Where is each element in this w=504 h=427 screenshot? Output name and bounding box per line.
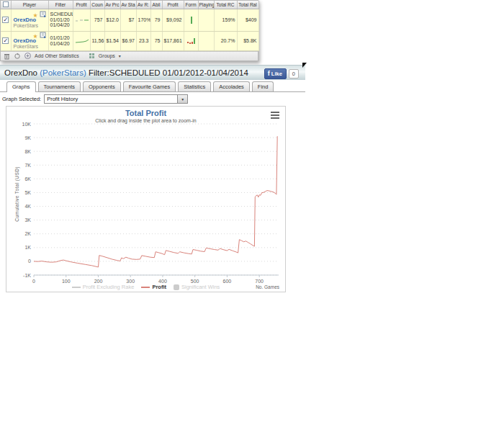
report-table-widget: Player Filter Profit Coun Av Prc Av Sta … [0, 0, 258, 61]
graph-select-value: Profit History [45, 95, 177, 103]
svg-text:6K: 6K [24, 176, 31, 181]
col-profit[interactable]: Profit [162, 1, 184, 9]
select-all-checkbox[interactable] [3, 1, 9, 7]
tab-opponents[interactable]: Opponents [83, 81, 121, 91]
table-header-row: Player Filter Profit Coun Av Prc Av Sta … [1, 1, 258, 9]
y-tick-labels: 10K9K8K7K6K5K4K3K2K1K0-1K [22, 122, 32, 278]
legend-item-profit-excluding-rake[interactable]: Profit Excluding Rake [72, 284, 135, 290]
legend-line-icon [141, 287, 150, 288]
tab-statistics[interactable]: Statistics [178, 81, 211, 91]
profit-sparkline [75, 37, 89, 44]
col-profit-spark[interactable]: Profit [73, 1, 90, 9]
y-gridlines [34, 124, 279, 275]
chart-menu-icon[interactable] [271, 112, 279, 120]
graph-select-dropdown[interactable]: Profit History ▼ [44, 94, 188, 104]
profit-sparkline-cell [73, 31, 90, 50]
filter-cell: 01/01/20 01/04/20 [48, 31, 73, 50]
legend-item-significant-wins[interactable]: Significant Wins [174, 284, 220, 290]
tab-accolades[interactable]: Accolades [213, 81, 250, 91]
profit-chart-panel[interactable]: Total Profit Click and drag inside the p… [6, 106, 286, 292]
legend-label: Profit [152, 284, 166, 290]
total-rc-cell: 159% [214, 9, 237, 31]
table-toolbar: Add Other Statistics Groups ▾ [1, 51, 258, 60]
svg-text:5K: 5K [24, 190, 31, 195]
playing-cell [198, 9, 214, 31]
col-av-r[interactable]: Av R: [136, 1, 150, 9]
svg-text:100: 100 [62, 279, 71, 284]
select-all-header[interactable] [1, 1, 11, 9]
legend-box-icon [174, 284, 179, 290]
title-site: (PokerStars) [40, 68, 86, 77]
tab-find[interactable]: Find [252, 81, 274, 91]
col-form[interactable]: Form [184, 1, 198, 9]
profit-sparkline-cell [73, 9, 90, 31]
groups-button[interactable]: Groups [99, 53, 115, 58]
add-icon[interactable] [24, 53, 31, 59]
trash-icon[interactable] [4, 53, 10, 60]
facebook-like-count: 0 [289, 69, 299, 78]
window-titlebar: OrexDno (PokerStars) Filter:SCHEDULED 01… [0, 65, 305, 80]
player-name[interactable]: OrexDno [14, 17, 47, 23]
refresh-icon[interactable] [14, 53, 21, 60]
col-total-rc[interactable]: Total RC [214, 1, 237, 9]
col-av-prc[interactable]: Av Prc [104, 1, 120, 9]
col-filter[interactable]: Filter [48, 1, 73, 9]
graph-selected-label: Graph Selected: [2, 96, 41, 102]
row1-checkbox[interactable]: ✓ [2, 17, 9, 23]
av-sta-cell: $6.97 [120, 31, 136, 50]
abil-cell: 79 [150, 9, 162, 31]
row2-checkbox[interactable]: ✓ [2, 37, 9, 44]
svg-text:600: 600 [223, 279, 232, 284]
legend-line-icon [72, 287, 81, 288]
svg-text:0: 0 [32, 279, 35, 284]
filter-cell: SCHEDULI 01/01/20 01/04/20 [48, 9, 73, 31]
total-ral-cell: $5.8K [237, 31, 258, 50]
svg-text:1K: 1K [24, 245, 31, 250]
svg-text:9K: 9K [24, 135, 31, 140]
player-site: PokerStars [14, 44, 47, 50]
svg-text:4K: 4K [24, 204, 31, 209]
profit-line-series[interactable] [34, 136, 277, 267]
facebook-like-button[interactable]: f Like [264, 68, 287, 79]
legend-item-profit[interactable]: Profit [141, 284, 166, 290]
tab-tournaments[interactable]: Tournaments [38, 81, 81, 91]
col-av-sta[interactable]: Av Sta [120, 1, 136, 9]
chart-subtitle: Click and drag inside the plot area to z… [6, 118, 285, 123]
col-playing[interactable]: Playing [198, 1, 214, 9]
tab-graphs[interactable]: Graphs [6, 81, 36, 92]
results-window: OrexDno (PokerStars) Filter:SCHEDULED 01… [0, 65, 305, 292]
profit-sparkline [75, 17, 89, 23]
chart-title: Total Profit [6, 109, 285, 117]
table-row[interactable]: ✓ ★ OrexDno PokerStars SCHEDULI 01/01/20… [1, 9, 258, 31]
report-doc-icon[interactable] [40, 11, 47, 17]
cursor-artifact [302, 63, 307, 68]
facebook-like-widget: f Like 0 [264, 68, 299, 79]
svg-text:-1K: -1K [23, 273, 31, 278]
col-count[interactable]: Coun [90, 1, 104, 9]
add-other-statistics-button[interactable]: Add Other Statistics [35, 53, 79, 58]
av-prc-cell: $1.54 [104, 31, 120, 50]
col-abil[interactable]: Abil [150, 1, 162, 9]
player-name[interactable]: OrexDno [14, 38, 47, 44]
profit-line-chart[interactable]: 10K9K8K7K6K5K4K3K2K1K0-1K010020030040050… [6, 107, 285, 292]
groups-caret-icon: ▾ [119, 53, 121, 58]
chevron-down-icon[interactable]: ▼ [177, 95, 187, 103]
report-doc-icon[interactable] [40, 32, 47, 38]
col-total-ral[interactable]: Total Ral [237, 1, 258, 9]
form-cell [184, 31, 198, 50]
svg-text:0: 0 [28, 259, 31, 264]
window-title: OrexDno (PokerStars) Filter:SCHEDULED 01… [4, 68, 248, 77]
svg-text:700: 700 [255, 279, 264, 284]
svg-text:400: 400 [158, 279, 167, 284]
col-player[interactable]: Player [11, 1, 48, 9]
tab-favourite-games[interactable]: Favourite Games [123, 81, 176, 91]
svg-text:7K: 7K [24, 163, 31, 168]
playing-cell [198, 31, 214, 50]
table-row[interactable]: ✓ ★ OrexDno PokerStars 01/01/20 01/04/20… [1, 31, 258, 50]
facebook-icon: f [268, 70, 270, 77]
profit-cell: $17,861 [162, 31, 184, 50]
abil-cell: 75 [150, 31, 162, 50]
legend-label: Significant Wins [181, 284, 220, 290]
svg-text:8K: 8K [24, 149, 31, 154]
form-bars [186, 36, 199, 45]
